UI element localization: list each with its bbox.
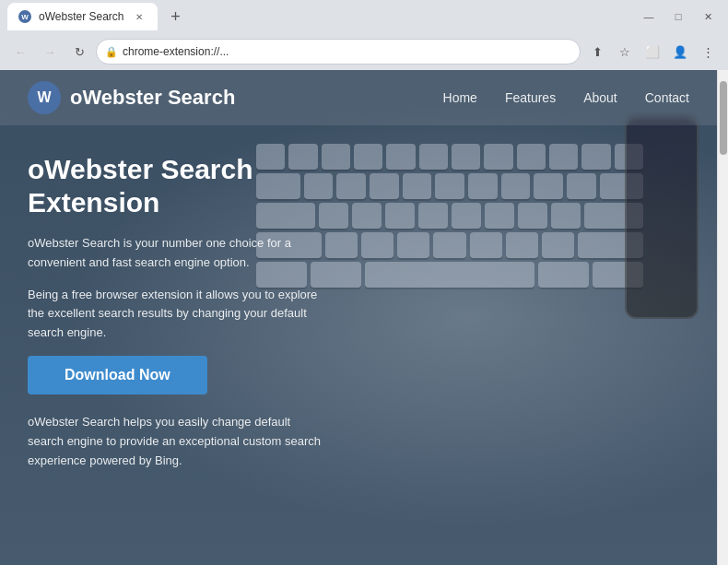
- logo-icon: W: [28, 81, 61, 114]
- key: [501, 173, 531, 199]
- tab-title: oWebster Search: [39, 10, 124, 23]
- reload-button[interactable]: ↻: [66, 39, 92, 65]
- maximize-button[interactable]: □: [665, 7, 691, 26]
- key: [433, 232, 465, 258]
- key: [581, 144, 610, 170]
- hero-paragraph-2: Being a free browser extension it allows…: [28, 286, 323, 343]
- lock-icon: 🔒: [105, 46, 118, 58]
- tab-favicon: W: [18, 10, 31, 23]
- key: [354, 144, 382, 170]
- logo-text: oWebster Search: [70, 86, 235, 110]
- reading-mode-icon[interactable]: ⬜: [640, 39, 665, 65]
- browser-tab[interactable]: W oWebster Search ✕: [7, 3, 158, 30]
- address-wrapper: 🔒 chrome-extension://...: [96, 39, 581, 65]
- key: [518, 203, 547, 229]
- key: [468, 173, 498, 199]
- forward-button[interactable]: →: [37, 39, 63, 65]
- new-tab-button[interactable]: +: [163, 4, 189, 29]
- key: [385, 203, 415, 229]
- nav-features[interactable]: Features: [505, 90, 556, 105]
- hero-content: oWebster Search Extension oWebster Searc…: [0, 125, 350, 488]
- key: [470, 232, 502, 258]
- url-bar[interactable]: chrome-extension://...: [96, 39, 581, 65]
- hero-title: oWebster Search Extension: [28, 153, 323, 219]
- key: [452, 144, 480, 170]
- key: [567, 173, 596, 199]
- title-bar: W oWebster Search ✕ + — □ ✕: [0, 0, 728, 33]
- key: [435, 173, 464, 199]
- site-logo: W oWebster Search: [28, 81, 235, 114]
- key: [538, 262, 589, 288]
- nav-home[interactable]: Home: [443, 90, 477, 105]
- toolbar-icons: ⬆ ☆ ⬜ 👤 ⋮: [584, 39, 721, 65]
- key: [403, 173, 432, 199]
- key: [452, 203, 481, 229]
- close-button[interactable]: ✕: [695, 7, 721, 26]
- site-nav-links: Home Features About Contact: [443, 90, 689, 105]
- key: [386, 144, 415, 170]
- key: [352, 203, 382, 229]
- bookmark-icon[interactable]: ☆: [612, 39, 638, 65]
- key: [419, 144, 448, 170]
- menu-icon[interactable]: ⋮: [695, 39, 721, 65]
- key: [534, 173, 563, 199]
- scrollbar[interactable]: [717, 70, 728, 565]
- key: [485, 203, 514, 229]
- site-nav: W oWebster Search Home Features About Co…: [0, 70, 717, 125]
- key: [361, 232, 393, 258]
- website: W oWebster Search Home Features About Co…: [0, 70, 717, 565]
- key: [370, 173, 399, 199]
- nav-contact[interactable]: Contact: [645, 90, 689, 105]
- key: [484, 144, 512, 170]
- download-now-button[interactable]: Download Now: [28, 356, 207, 394]
- key: [517, 144, 546, 170]
- key: [506, 232, 538, 258]
- page-area: W oWebster Search Home Features About Co…: [0, 70, 717, 565]
- profile-icon[interactable]: 👤: [667, 39, 693, 65]
- key: [542, 232, 574, 258]
- phone-visual: [625, 116, 699, 319]
- browser-content: W oWebster Search Home Features About Co…: [0, 70, 728, 565]
- nav-about[interactable]: About: [583, 90, 617, 105]
- hero-paragraph-1: oWebster Search is your number one choic…: [28, 234, 323, 273]
- tab-close-button[interactable]: ✕: [132, 9, 147, 24]
- key: [418, 203, 448, 229]
- back-button[interactable]: ←: [7, 39, 33, 65]
- window-controls: — □ ✕: [636, 7, 721, 26]
- minimize-button[interactable]: —: [636, 7, 662, 26]
- title-bar-left: W oWebster Search ✕ +: [7, 3, 189, 30]
- address-bar: ← → ↻ 🔒 chrome-extension://... ⬆ ☆ ⬜ 👤 ⋮: [0, 33, 728, 70]
- share-icon[interactable]: ⬆: [584, 39, 610, 65]
- key: [551, 203, 581, 229]
- key: [549, 144, 578, 170]
- key: [397, 232, 429, 258]
- spacebar-key: [365, 262, 534, 288]
- hero-paragraph-3: oWebster Search helps you easily change …: [28, 413, 323, 470]
- scrollbar-thumb[interactable]: [720, 81, 727, 155]
